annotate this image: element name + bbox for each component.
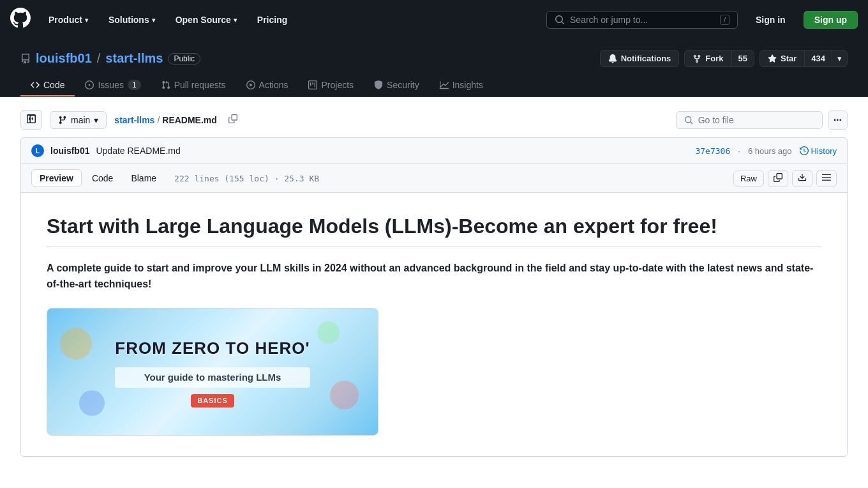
- file-view-actions: Raw: [733, 170, 837, 187]
- open-source-chevron-icon: ▾: [234, 17, 237, 24]
- hero-image-content: FROM ZERO TO HERO' Your guide to masteri…: [102, 323, 322, 420]
- sidebar-toggle-button[interactable]: [20, 110, 42, 130]
- open-source-nav-item[interactable]: Open Source ▾: [170, 11, 242, 29]
- hero-image-title: FROM ZERO TO HERO': [115, 335, 310, 362]
- repo-owner[interactable]: louisfb01: [36, 51, 92, 66]
- tab-security[interactable]: Security: [364, 75, 430, 96]
- github-logo[interactable]: [10, 8, 31, 33]
- copy-path-button[interactable]: [225, 113, 241, 126]
- tab-pull-requests[interactable]: Pull requests: [151, 75, 236, 96]
- tab-issues-label: Issues: [98, 80, 123, 90]
- file-path-repo-link[interactable]: start-llms: [114, 115, 154, 125]
- star-count[interactable]: 434: [804, 50, 832, 66]
- repo-title-row: louisfb01 / start-llms Public Notificati…: [20, 50, 848, 67]
- repo-header: louisfb01 / start-llms Public Notificati…: [0, 40, 868, 97]
- search-shortcut: /: [720, 15, 730, 25]
- file-path: start-llms / README.md: [114, 115, 216, 125]
- tab-code[interactable]: Code: [20, 75, 75, 96]
- star-group: Star 434 ▾: [760, 50, 848, 67]
- notifications-label: Notifications: [621, 54, 671, 63]
- star-button[interactable]: Star: [760, 50, 804, 66]
- notifications-button[interactable]: Notifications: [600, 50, 680, 67]
- history-icon: [800, 146, 809, 155]
- product-nav-item[interactable]: Product ▾: [43, 11, 93, 29]
- search-bar[interactable]: Search or jump to... /: [546, 11, 738, 29]
- signin-button[interactable]: Sign in: [748, 11, 793, 28]
- outline-button[interactable]: [816, 170, 837, 187]
- commit-bar: L louisfb01 Update README.md 37e7306 · 6…: [20, 137, 848, 164]
- tab-projects[interactable]: Projects: [298, 75, 364, 96]
- file-header-right: Go to file ···: [676, 111, 848, 130]
- fork-icon: [692, 54, 701, 63]
- tab-pr-label: Pull requests: [174, 80, 226, 90]
- actions-icon: [246, 80, 255, 89]
- solutions-nav-item[interactable]: Solutions ▾: [103, 11, 160, 29]
- main-content: main ▾ start-llms / README.md Go to file…: [0, 97, 868, 469]
- preview-tab[interactable]: Preview: [31, 169, 82, 187]
- insights-icon: [440, 80, 449, 89]
- star-dropdown-button[interactable]: ▾: [832, 50, 847, 66]
- star-label: Star: [781, 54, 797, 63]
- raw-button[interactable]: Raw: [733, 171, 764, 187]
- tab-insights[interactable]: Insights: [430, 75, 493, 96]
- tab-projects-label: Projects: [321, 80, 354, 90]
- download-button[interactable]: [792, 170, 812, 187]
- blame-tab[interactable]: Blame: [123, 170, 164, 187]
- repo-separator: /: [97, 51, 101, 66]
- solutions-label: Solutions: [108, 15, 149, 25]
- history-label: History: [811, 146, 837, 156]
- file-path-separator: /: [157, 115, 160, 125]
- fork-button[interactable]: Fork: [685, 50, 731, 66]
- commit-time: 6 hours ago: [748, 146, 792, 156]
- file-header-bar: main ▾ start-llms / README.md Go to file…: [20, 110, 848, 130]
- readme-title: Start with Large Language Models (LLMs)-…: [47, 213, 821, 247]
- more-options-button[interactable]: ···: [828, 111, 848, 130]
- commit-message: Update README.md: [96, 146, 180, 156]
- tab-actions[interactable]: Actions: [236, 75, 299, 96]
- outline-icon: [822, 173, 831, 182]
- code-tab[interactable]: Code: [84, 170, 121, 187]
- tab-security-label: Security: [387, 80, 419, 90]
- commit-hash[interactable]: 37e7306: [695, 146, 730, 156]
- avatar[interactable]: L: [31, 144, 44, 157]
- search-icon: [555, 15, 565, 25]
- hero-image-badge: BASICS: [115, 394, 310, 408]
- security-icon: [374, 80, 383, 89]
- tab-code-label: Code: [43, 80, 64, 90]
- history-link[interactable]: History: [800, 146, 837, 156]
- signup-button[interactable]: Sign up: [804, 11, 858, 29]
- markdown-body: Start with Large Language Models (LLMs)-…: [21, 193, 847, 456]
- repo-actions: Notifications Fork 55 Star 434 ▾: [600, 50, 848, 67]
- topnav: Product ▾ Solutions ▾ Open Source ▾ Pric…: [0, 0, 868, 40]
- file-stats: 222 lines (155 loc) · 25.3 KB: [174, 174, 319, 183]
- branch-icon: [58, 116, 67, 125]
- sidebar-toggle-icon: [26, 114, 36, 124]
- commit-dot: ·: [738, 146, 740, 156]
- goto-file-search[interactable]: Go to file: [676, 111, 823, 129]
- bell-icon: [608, 54, 617, 63]
- hero-image-subtitle: Your guide to mastering LLMs: [115, 367, 310, 388]
- readme-hero-image: FROM ZERO TO HERO' Your guide to masteri…: [47, 308, 378, 436]
- visibility-badge: Public: [168, 53, 200, 65]
- pricing-nav-item[interactable]: Pricing: [252, 11, 292, 29]
- file-view-left: Preview Code Blame 222 lines (155 loc) ·…: [31, 169, 319, 187]
- search-placeholder: Search or jump to...: [570, 15, 715, 25]
- file-path-current: README.md: [162, 115, 217, 125]
- branch-chevron-icon: ▾: [94, 115, 98, 125]
- product-label: Product: [49, 15, 82, 25]
- code-icon: [31, 80, 40, 89]
- fork-count[interactable]: 55: [731, 50, 754, 66]
- branch-name: main: [71, 115, 90, 125]
- repo-name[interactable]: start-llms: [105, 51, 163, 66]
- issues-icon: [85, 80, 94, 89]
- file-view-tabs: Preview Code Blame: [31, 169, 164, 187]
- fork-label: Fork: [705, 54, 723, 63]
- projects-icon: [308, 80, 317, 89]
- branch-button[interactable]: main ▾: [50, 111, 107, 129]
- open-source-label: Open Source: [176, 15, 231, 25]
- solutions-chevron-icon: ▾: [152, 17, 155, 24]
- commit-bar-right: 37e7306 · 6 hours ago History: [695, 146, 837, 156]
- commit-author[interactable]: louisfb01: [50, 146, 89, 156]
- copy-file-button[interactable]: [768, 170, 788, 187]
- tab-issues[interactable]: Issues 1: [75, 75, 151, 96]
